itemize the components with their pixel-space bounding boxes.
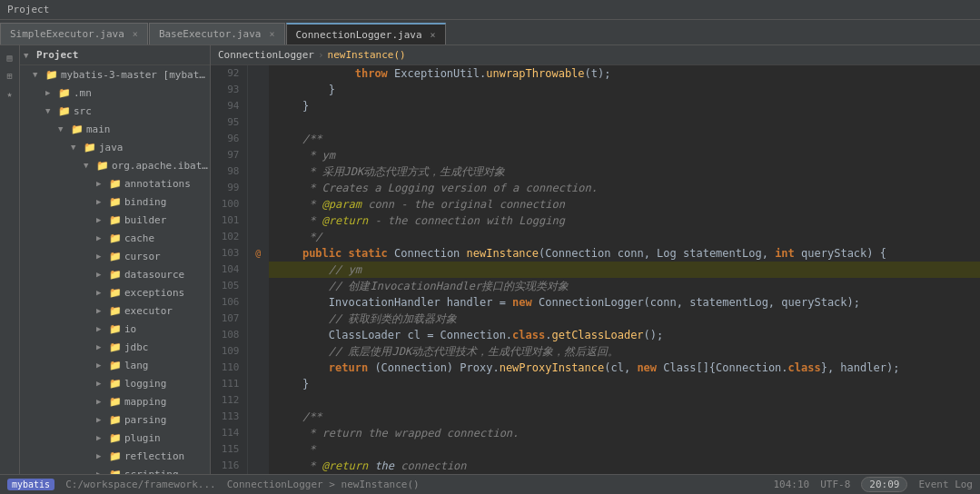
line-gutter <box>247 441 269 458</box>
line-number: 95 <box>211 114 247 131</box>
table-row: 96 /** <box>211 131 980 147</box>
table-row: 110 return (Connection) Proxy.newProxyIn… <box>211 360 980 376</box>
line-number: 112 <box>211 392 247 409</box>
org-folder-icon: 📁 <box>96 160 109 172</box>
line-gutter <box>247 65 269 82</box>
tree-lang[interactable]: ▶ 📁 lang <box>20 356 210 374</box>
plugin-label: plugin <box>124 432 161 444</box>
tab-close-simple-executor[interactable]: × <box>133 29 138 39</box>
line-code[interactable]: /** <box>269 131 980 147</box>
line-code[interactable]: * @return - the connection with Logging <box>269 212 980 229</box>
line-gutter <box>247 212 269 229</box>
line-code[interactable]: } <box>269 98 980 114</box>
tree-root[interactable]: ▼ 📁 mybatis-3-master [mybatis] <box>20 65 210 84</box>
tree-builder[interactable]: ▶ 📁 builder <box>20 211 210 229</box>
breadcrumb-status: ConnectionLogger > newInstance() <box>227 479 420 490</box>
structure-icon[interactable]: ⊞ <box>2 67 18 84</box>
event-log-label[interactable]: Event Log <box>918 479 973 490</box>
tree-mapping[interactable]: ▶ 📁 mapping <box>20 392 210 410</box>
tab-close-base-executor[interactable]: × <box>269 29 274 39</box>
line-gutter <box>247 376 269 392</box>
table-row: 111 } <box>211 376 980 392</box>
line-gutter <box>247 147 269 163</box>
tree-reflection[interactable]: ▶ 📁 reflection <box>20 447 210 465</box>
line-code[interactable]: // 获取到类的加载器对象 <box>269 311 980 327</box>
code-container[interactable]: 92 throw ExceptionUtil.unwrapThrowable(t… <box>211 65 980 474</box>
line-code[interactable]: // 创建InvocationHandler接口的实现类对象 <box>269 278 980 294</box>
line-number: 110 <box>211 360 247 376</box>
line-number: 111 <box>211 376 247 392</box>
file-tree: ▼ Project ▼ 📁 mybatis-3-master [mybatis]… <box>20 45 211 474</box>
tree-annotations[interactable]: ▶ 📁 annotations <box>20 174 210 193</box>
tree-cursor[interactable]: ▶ 📁 cursor <box>20 247 210 265</box>
line-gutter <box>247 196 269 212</box>
tree-src[interactable]: ▼ 📁 src <box>20 102 210 120</box>
line-number: 92 <box>211 65 247 82</box>
status-bar: mybatis C:/workspace/framework... Connec… <box>0 474 980 494</box>
project-icon[interactable]: ▤ <box>2 49 18 65</box>
cache-icon: 📁 <box>109 232 122 244</box>
line-code[interactable]: * Creates a Logging version of a connect… <box>269 180 980 196</box>
tab-connection-logger[interactable]: ConnectionLogger.java × <box>286 23 446 44</box>
line-code[interactable]: } <box>269 376 980 392</box>
line-code[interactable]: */ <box>269 229 980 245</box>
line-number: 106 <box>211 294 247 311</box>
line-code[interactable]: ClassLoader cl = Connection.class.getCla… <box>269 327 980 343</box>
tab-simple-executor[interactable]: SimpleExecutor.java × <box>0 23 148 44</box>
line-code[interactable]: * @param conn - the original connection <box>269 196 980 212</box>
table-row: 103@ public static Connection newInstanc… <box>211 245 980 262</box>
tree-executor[interactable]: ▶ 📁 executor <box>20 301 210 320</box>
tree-parsing[interactable]: ▶ 📁 parsing <box>20 410 210 429</box>
line-code[interactable] <box>269 114 980 131</box>
line-code[interactable]: } <box>269 82 980 98</box>
line-code[interactable]: * return the wrapped connection. <box>269 425 980 441</box>
bookmark-icon[interactable]: ★ <box>2 85 18 102</box>
root-label: mybatis-3-master [mybatis] <box>61 69 210 81</box>
line-code[interactable]: * 采用JDK动态代理方式，生成代理对象 <box>269 163 980 180</box>
line-code[interactable] <box>269 392 980 409</box>
tree-io[interactable]: ▶ 📁 io <box>20 320 210 338</box>
line-code[interactable]: // ym <box>269 262 980 278</box>
line-code[interactable]: // 底层使用JDK动态代理技术，生成代理对象，然后返回。 <box>269 343 980 360</box>
line-number: 116 <box>211 458 247 474</box>
line-code[interactable]: return (Connection) Proxy.newProxyInstan… <box>269 360 980 376</box>
binding-icon: 📁 <box>109 196 122 208</box>
line-code[interactable]: * ym <box>269 147 980 163</box>
tree-exceptions[interactable]: ▶ 📁 exceptions <box>20 283 210 301</box>
tree-jdbc[interactable]: ▶ 📁 jdbc <box>20 338 210 356</box>
mn-label: .mn <box>74 87 92 99</box>
line-code[interactable]: public static Connection newInstance(Con… <box>269 245 980 262</box>
line-gutter <box>247 163 269 180</box>
tree-cache[interactable]: ▶ 📁 cache <box>20 229 210 247</box>
tab-close-connection-logger[interactable]: × <box>431 30 436 40</box>
line-code[interactable]: InvocationHandler handler = new Connecti… <box>269 294 980 311</box>
tab-base-executor[interactable]: BaseExecutor.java × <box>149 23 285 44</box>
tree-logging[interactable]: ▶ 📁 logging <box>20 374 210 392</box>
line-number: 93 <box>211 82 247 98</box>
datasource-label: datasource <box>124 269 184 281</box>
tree-binding[interactable]: ▶ 📁 binding <box>20 193 210 211</box>
line-number: 109 <box>211 343 247 360</box>
line-number: 114 <box>211 425 247 441</box>
project-section[interactable]: ▼ Project <box>20 45 210 65</box>
line-code[interactable]: * @return the connection <box>269 458 980 474</box>
tree-scripting[interactable]: ▶ 📁 scripting <box>20 465 210 474</box>
line-code[interactable]: /** <box>269 409 980 425</box>
tree-mn[interactable]: ▶ 📁 .mn <box>20 84 210 102</box>
tree-datasource[interactable]: ▶ 📁 datasource <box>20 265 210 283</box>
logging-label: logging <box>124 378 166 390</box>
table-row: 114 * return the wrapped connection. <box>211 425 980 441</box>
tree-java[interactable]: ▼ 📁 java <box>20 138 210 156</box>
jdbc-label: jdbc <box>124 341 149 353</box>
exceptions-label: exceptions <box>124 287 184 299</box>
tree-org[interactable]: ▼ 📁 org.apache.ibatis <box>20 156 210 174</box>
line-gutter <box>247 131 269 147</box>
reflection-label: reflection <box>124 450 184 462</box>
line-gutter <box>247 98 269 114</box>
line-number: 103 <box>211 245 247 262</box>
tree-main[interactable]: ▼ 📁 main <box>20 120 210 138</box>
tree-plugin[interactable]: ▶ 📁 plugin <box>20 429 210 447</box>
line-code[interactable]: throw ExceptionUtil.unwrapThrowable(t); <box>269 65 980 82</box>
line-code[interactable]: * <box>269 441 980 458</box>
line-number: 101 <box>211 212 247 229</box>
